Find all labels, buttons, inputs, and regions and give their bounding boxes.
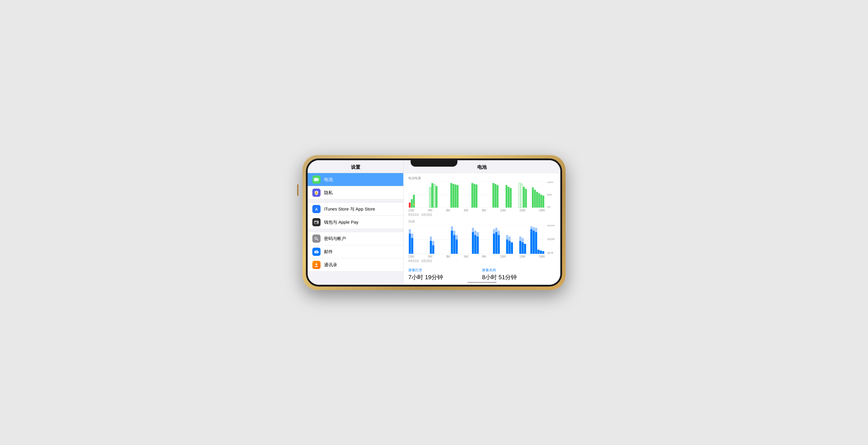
svg-rect-8 [314,221,318,222]
svg-rect-33 [455,185,457,208]
svg-text:A: A [315,207,318,212]
svg-rect-70 [451,231,453,254]
svg-rect-46 [521,184,523,208]
svg-rect-69 [432,241,434,245]
mail-icon [312,248,320,256]
svg-rect-28 [434,185,435,208]
settings-item-wallet[interactable]: 钱包与 Apple Pay [308,216,403,229]
settings-item-privacy[interactable]: ✋ 隐私 [308,186,403,199]
settings-item-passwords[interactable]: 密码与帐户 [308,232,403,245]
wallet-label: 钱包与 Apple Pay [324,220,359,225]
svg-rect-87 [498,231,500,235]
svg-rect-90 [511,243,513,254]
phone-screen: 设置 电池 [308,160,560,285]
activity-x-dates: 9月21日 9月22日 [408,259,556,263]
svg-rect-68 [430,236,432,241]
battery-x-axis: 21时 0时 3时 6时 9时 12时 15时 18时 [408,209,556,213]
svg-rect-91 [506,235,508,240]
svg-rect-36 [473,184,475,208]
phone-device: 设置 电池 [302,155,566,290]
svg-rect-22 [411,199,413,208]
privacy-label: 隐私 [324,190,333,196]
svg-rect-48 [523,187,525,208]
svg-rect-52 [536,192,538,208]
home-bar [467,282,497,283]
svg-rect-31 [451,183,452,208]
svg-rect-1 [318,179,319,181]
svg-text:30分钟: 30分钟 [547,238,555,241]
battery-chart-container: ⚡ [408,182,556,208]
svg-rect-80 [474,231,476,235]
svg-rect-95 [524,244,526,254]
battery-chart-section: 电池电量 [408,176,556,217]
svg-rect-23 [413,195,415,208]
svg-rect-99 [533,231,535,254]
screen-on-stat: 屏幕打开 7小时 19分钟 [408,268,482,280]
screen-on-value: 7小时 19分钟 [408,274,482,280]
battery-content: 电池电量 [404,173,560,280]
svg-rect-101 [537,250,539,254]
svg-rect-106 [535,228,537,232]
svg-rect-65 [411,233,413,238]
activity-chart-section: 活动 [408,219,556,263]
wallet-icon [312,218,320,226]
itunes-label: iTunes Store 与 App Store [324,206,375,212]
svg-rect-98 [530,229,532,254]
svg-rect-73 [451,226,453,231]
svg-text:60分钟: 60分钟 [547,225,555,227]
svg-rect-75 [456,235,458,240]
svg-rect-103 [542,251,544,254]
svg-rect-64 [409,229,411,233]
svg-rect-55 [542,196,544,208]
contacts-label: 通讯录 [324,262,337,268]
svg-rect-63 [411,238,413,254]
svg-rect-25 [429,187,431,208]
activity-chart-label: 活动 [408,219,556,224]
svg-rect-54 [540,195,542,208]
svg-rect-21 [409,202,411,208]
settings-item-itunes[interactable]: A iTunes Store 与 App Store [308,202,403,216]
svg-rect-89 [508,241,510,254]
screen-off-label: 屏幕关闭 [482,268,556,273]
svg-rect-44 [519,183,521,208]
activity-x-axis: 21时 0时 3时 6时 9时 12时 15时 18时 [408,255,556,259]
svg-rect-42 [508,187,509,208]
svg-rect-102 [540,251,542,254]
svg-rect-105 [533,227,535,231]
home-indicator [404,280,560,285]
svg-rect-79 [472,228,474,232]
svg-rect-84 [498,235,500,254]
svg-rect-39 [495,184,496,208]
svg-rect-62 [409,233,411,254]
svg-rect-6 [314,220,319,225]
svg-rect-77 [474,235,476,254]
settings-item-mail[interactable]: 邮件 [308,245,403,258]
settings-title: 设置 [308,160,403,173]
svg-rect-67 [432,245,434,254]
settings-item-contacts[interactable]: 通讯录 [308,258,403,272]
svg-rect-40 [497,185,499,208]
svg-rect-86 [495,228,497,232]
activity-chart-container: 60分钟 30分钟 0分钟 [408,225,556,254]
passwords-label: 密码与帐户 [324,236,346,242]
svg-rect-71 [453,235,455,254]
svg-rect-27 [431,183,433,208]
svg-rect-92 [508,236,510,241]
svg-rect-97 [522,238,524,243]
settings-panel: 设置 电池 [308,160,404,285]
svg-rect-100 [535,232,537,254]
mail-label: 邮件 [324,249,333,255]
contacts-icon [312,261,320,269]
svg-rect-50 [532,187,534,208]
svg-point-17 [315,263,317,265]
battery-panel: 电池 电池电量 [404,160,560,285]
stats-row: 屏幕打开 7小时 19分钟 屏幕关闭 8小时 51分钟 [408,265,556,280]
battery-label: 电池 [324,177,333,183]
screen-off-stat: 屏幕关闭 8小时 51分钟 [482,268,556,280]
svg-rect-96 [519,236,522,241]
svg-rect-34 [457,185,459,208]
battery-icon [312,176,320,184]
settings-item-battery[interactable]: 电池 [308,173,403,186]
svg-rect-43 [510,188,512,208]
activity-svg: 60分钟 30分钟 0分钟 [408,225,556,254]
